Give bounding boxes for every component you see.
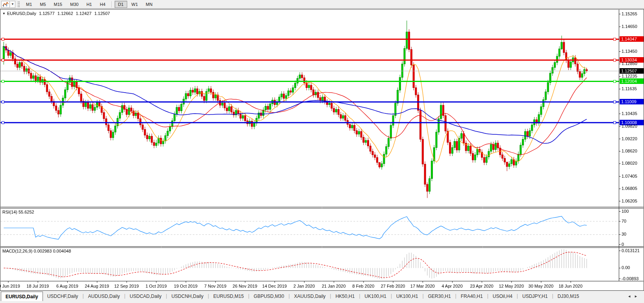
date-label-4: 12 Sep 2019 xyxy=(114,284,139,289)
date-label-13: 27 Feb 2020 xyxy=(381,284,405,289)
timeframe-button-w1[interactable]: W1 xyxy=(128,1,142,8)
date-label-19: 18 Jun 2020 xyxy=(559,284,583,289)
date-label-8: 26 Nov 2019 xyxy=(233,284,257,289)
ohlc-low: 1.12427 xyxy=(76,11,92,16)
date-label-17: 12 May 2020 xyxy=(499,284,524,289)
tab-usdcad-daily[interactable]: USDCAD,Daily xyxy=(125,292,166,301)
date-label-15: 4 Apr 2020 xyxy=(442,284,462,289)
date-label-3: 24 Aug 2019 xyxy=(85,284,109,289)
ohlc-high: 1.12662 xyxy=(58,11,73,16)
price-label-1.08020: 1.08020 xyxy=(622,161,644,166)
tab-hk50-h1[interactable]: HK50,H1 xyxy=(331,292,359,301)
chevron-down-icon[interactable]: ▼ xyxy=(10,1,15,8)
date-label-7: 7 Nov 2019 xyxy=(204,284,226,289)
tab-usoil-h4[interactable]: USOil,H4 xyxy=(488,292,517,301)
price-label-1.12850: 1.12850 xyxy=(622,61,644,66)
rsi-axis-label-0: 0 xyxy=(622,242,624,247)
toolbar-separator xyxy=(111,1,112,7)
price-label-1.07405: 1.07405 xyxy=(622,174,644,179)
date-label-2: 6 Aug 2019 xyxy=(56,284,78,289)
collapse-triangle-icon[interactable]: ▼ xyxy=(2,12,6,15)
tab-ger30-h1[interactable]: GER30,H1 xyxy=(424,292,455,301)
date-label-10: 2 Jan 2020 xyxy=(293,284,315,289)
macd-axis-label-1: 0.00 xyxy=(622,265,630,270)
chart-symbol-label: EURUSD,Daily xyxy=(7,11,36,16)
rsi-indicator-label: RSI(14) 55.6252 xyxy=(2,210,34,214)
timeframe-buttons: M1M5M15M30H1H4D1W1MN xyxy=(22,1,156,8)
tab-gbpusd-m30[interactable]: GBPUSD,M30 xyxy=(249,292,288,301)
tab-scroll-arrows: ◄► xyxy=(627,294,641,298)
rsi-axis-label-70: 70 xyxy=(622,219,626,224)
price-label-1.15265: 1.15265 xyxy=(622,11,644,17)
date-label-18: 30 May 2020 xyxy=(529,284,554,289)
date-label-14: 17 Mar 2020 xyxy=(410,284,435,289)
timeframe-button-d1[interactable]: D1 xyxy=(115,1,127,8)
tab-usdchf-daily[interactable]: USDCHF,Daily xyxy=(43,292,83,301)
tab-fra40-h1[interactable]: FRA40,H1 xyxy=(457,292,487,301)
date-label-6: 19 Oct 2019 xyxy=(174,284,198,289)
tab-usdjpy-h1[interactable]: USDJPY,H1 xyxy=(518,292,552,301)
rsi-axis-label-30: 30 xyxy=(622,232,626,237)
date-label-5: 1 Oct 2019 xyxy=(145,284,167,289)
price-label-1.13450: 1.13450 xyxy=(622,49,644,54)
chart-title: ▼EURUSD,Daily 1.12577 1.12662 1.12427 1.… xyxy=(2,11,111,16)
toolbar-grip-handle[interactable] xyxy=(18,2,20,7)
ohlc-open: 1.12577 xyxy=(39,11,55,16)
indicators-icon[interactable] xyxy=(1,1,10,8)
price-label-1.14047: 1.14047 xyxy=(620,36,644,42)
timeframe-button-m30[interactable]: M30 xyxy=(67,1,82,8)
price-label-1.11009: 1.11009 xyxy=(620,99,644,104)
date-label-1: 18 Jul 2019 xyxy=(26,284,49,289)
price-label-1.06205: 1.06205 xyxy=(622,199,644,204)
chart-tab-bar: EURUSD,DailyUSDCHF,Daily|AUDUSD,Daily|US… xyxy=(0,291,644,303)
timeframe-button-mn[interactable]: MN xyxy=(142,1,156,8)
chart-canvas[interactable] xyxy=(0,9,644,290)
date-label-0: 29 Jun 2019 xyxy=(0,284,20,289)
price-label-1.11635: 1.11635 xyxy=(622,86,644,91)
timeframe-button-m1[interactable]: M1 xyxy=(22,1,35,8)
price-label-1.12507: 1.12507 xyxy=(620,68,644,74)
rsi-axis-label-100: 100 xyxy=(622,209,629,214)
tab-scroll-left-button[interactable]: ◄ xyxy=(627,294,634,298)
timeframe-button-m15[interactable]: M15 xyxy=(50,1,66,8)
tab-scroll-right-button[interactable]: ► xyxy=(634,294,641,298)
price-label-1.08620: 1.08620 xyxy=(622,149,644,154)
date-label-12: 8 Feb 2020 xyxy=(353,284,375,289)
tab-eurusd-daily[interactable]: EURUSD,Daily xyxy=(1,292,43,301)
price-label-1.10435: 1.10435 xyxy=(622,111,644,116)
price-label-1.09820: 1.09820 xyxy=(622,124,644,129)
price-label-1.14650: 1.14650 xyxy=(622,24,644,29)
tab-audusd-daily[interactable]: AUDUSD,Daily xyxy=(84,292,124,301)
price-label-1.06805: 1.06805 xyxy=(622,186,644,191)
chart-tabs: EURUSD,DailyUSDCHF,Daily|AUDUSD,Daily|US… xyxy=(0,292,583,301)
ohlc-close: 1.12507 xyxy=(94,11,110,16)
macd-axis-label-0: 0.013121 xyxy=(622,248,640,253)
date-label-16: 23 Apr 2020 xyxy=(470,284,493,289)
tab-dj30-m15[interactable]: DJ30,M15 xyxy=(553,292,584,301)
price-label-1.12004: 1.12004 xyxy=(620,78,644,84)
macd-axis-label-2: -0.00893 xyxy=(622,276,638,281)
tab-uk100-h1[interactable]: UK100,H1 xyxy=(392,292,422,301)
timeframe-toolbar: ▼ M1M5M15M30H1H4D1W1MN xyxy=(0,0,644,9)
tab-uk100-h1[interactable]: UK100,H1 xyxy=(360,292,391,301)
date-label-9: 14 Dec 2019 xyxy=(262,284,287,289)
tab-eurusd-m15[interactable]: EURUSD,M15 xyxy=(209,292,248,301)
tab-usdcnh-daily[interactable]: USDCNH,Daily xyxy=(167,292,208,301)
tab-xauusd-daily[interactable]: XAUUSD,Daily xyxy=(290,292,330,301)
timeframe-button-h1[interactable]: H1 xyxy=(83,1,95,8)
date-label-11: 21 Jan 2020 xyxy=(322,284,346,289)
macd-indicator-label: MACD(12,26,9) 0.002983 0.004048 xyxy=(2,249,71,253)
timeframe-button-m5[interactable]: M5 xyxy=(36,1,49,8)
timeframe-button-h4[interactable]: H4 xyxy=(96,1,109,8)
price-label-1.09220: 1.09220 xyxy=(622,136,644,141)
chart-window: ▼EURUSD,Daily 1.12577 1.12662 1.12427 1.… xyxy=(0,9,644,291)
